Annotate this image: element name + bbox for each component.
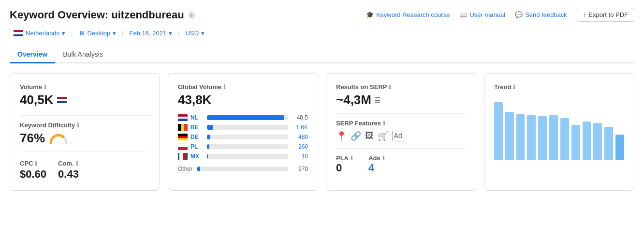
pla-info-icon[interactable]: ℹ: [351, 155, 353, 162]
title-prefix: Keyword Overview:: [10, 9, 108, 21]
mx-flag: [178, 153, 188, 160]
date-filter[interactable]: Feb 16, 2021 ▾: [126, 28, 176, 39]
serp-feature-icons: 📍 🔗 🖼 🛒 Ad: [336, 131, 466, 141]
nl-code: NL: [190, 114, 204, 121]
volume-info-icon[interactable]: ℹ: [44, 84, 46, 91]
kd-arc-icon: [49, 133, 68, 144]
global-volume-info-icon[interactable]: ℹ: [223, 84, 226, 91]
header: Keyword Overview: uitzendbureau ⊕ 🎓 Keyw…: [10, 8, 634, 22]
global-volume-value: 43,8K: [178, 92, 308, 107]
pla-label: PLA ℹ: [336, 154, 353, 162]
header-left: Keyword Overview: uitzendbureau ⊕: [10, 9, 195, 21]
trend-bar-4: [538, 116, 547, 160]
country-row-nl: NL 40,5: [178, 114, 308, 121]
cpc-item: CPC ℹ $0.60: [20, 160, 46, 181]
pl-flag: [178, 143, 188, 150]
country-chevron-icon: ▾: [62, 30, 65, 37]
add-keyword-icon[interactable]: ⊕: [188, 10, 195, 20]
cpc-info-icon[interactable]: ℹ: [35, 160, 37, 167]
serp-value: ~4,3M ☰: [336, 92, 466, 107]
volume-card: Volume ℹ 40,5K Keyword Difficulty ℹ: [10, 73, 160, 191]
netherlands-flag: [14, 30, 23, 37]
pl-code: PL: [190, 143, 204, 150]
serp-divider: [336, 113, 466, 114]
mx-bar: [207, 154, 208, 159]
trend-bar-3: [527, 115, 536, 160]
country-filter[interactable]: Netherlands ▾: [10, 28, 69, 39]
trend-bar-8: [583, 122, 591, 160]
country-row-mx: MX 10: [178, 153, 308, 160]
nl-bar-container: [207, 115, 288, 120]
other-value: 970: [291, 166, 308, 172]
currency-filter[interactable]: USD ▾: [182, 28, 208, 39]
desktop-icon: 🖥: [79, 30, 85, 37]
export-to-pdf-button[interactable]: ↑ Export to PDF: [577, 8, 634, 22]
serp-info-icon[interactable]: ℹ: [389, 84, 391, 91]
tab-bulk-analysis[interactable]: Bulk Analysis: [55, 46, 110, 63]
serp-features-info-icon[interactable]: ℹ: [383, 120, 385, 127]
de-bar-container: [207, 135, 288, 139]
kd-info-icon[interactable]: ℹ: [77, 122, 79, 129]
keyword-course-link[interactable]: 🎓 Keyword Research course: [366, 11, 450, 18]
volume-divider: [20, 115, 150, 116]
keyword-course-label: Keyword Research course: [376, 11, 450, 18]
trend-bar-6: [560, 118, 569, 160]
map-pin-icon: 📍: [336, 131, 347, 141]
pl-bar-container: [207, 144, 288, 149]
nl-flag-global: [178, 114, 188, 121]
trend-card: Trend ℹ: [484, 73, 634, 191]
pla-value: 0: [336, 162, 353, 174]
link-icon: 🔗: [351, 131, 361, 141]
de-bar: [207, 135, 210, 139]
kd-value: 76%: [20, 131, 150, 146]
be-bar-container: [207, 125, 288, 130]
date-chevron-icon: ▾: [169, 30, 172, 37]
send-feedback-link[interactable]: 💬 Send feedback: [515, 11, 567, 18]
be-flag: [178, 124, 188, 131]
user-manual-link[interactable]: 📖 User manual: [459, 11, 505, 18]
ads-info-icon[interactable]: ℹ: [382, 155, 385, 162]
serp-card: Results on SERP ℹ ~4,3M ☰ SERP Features …: [326, 73, 476, 191]
trend-bar-9: [593, 123, 602, 160]
keyword-text: uitzendbureau: [111, 9, 184, 21]
country-bars: NL 40,5 BE: [178, 114, 308, 172]
send-feedback-label: Send feedback: [525, 11, 567, 18]
pla-item: PLA ℹ 0: [336, 154, 353, 174]
shopping-icon: 🛒: [378, 131, 388, 141]
currency-chevron-icon: ▾: [201, 30, 205, 37]
tab-overview[interactable]: Overview: [10, 46, 55, 63]
pl-bar: [207, 144, 209, 149]
pl-value: 260: [291, 143, 308, 150]
filter-separator-3: |: [178, 30, 179, 37]
ad-box-icon: Ad: [392, 131, 404, 141]
trend-info-icon[interactable]: ℹ: [513, 84, 515, 91]
nl-value: 40,5: [291, 114, 308, 121]
kd-divider: [20, 152, 150, 152]
mx-code: MX: [190, 153, 204, 160]
de-code: DE: [190, 134, 204, 140]
trend-bar-0: [494, 102, 503, 160]
country-label: Netherlands: [26, 30, 59, 37]
be-bar: [207, 125, 213, 130]
global-volume-label: Global Volume ℹ: [178, 83, 308, 91]
cards-grid: Volume ℹ 40,5K Keyword Difficulty ℹ: [10, 73, 634, 191]
serp-list-icon: ☰: [374, 96, 381, 104]
image-icon: 🖼: [365, 131, 374, 141]
book-icon: 📖: [459, 11, 467, 18]
device-filter[interactable]: 🖥 Desktop ▾: [75, 28, 120, 39]
country-row-pl: PL 260: [178, 143, 308, 150]
other-label: Other: [178, 166, 194, 172]
ads-label: Ads ℹ: [368, 154, 385, 162]
serp-features-label: SERP Features ℹ: [336, 120, 466, 127]
device-label: Desktop: [88, 30, 111, 37]
com-info-icon[interactable]: ℹ: [76, 160, 78, 167]
trend-bar-10: [604, 127, 613, 160]
trend-chart: [494, 97, 624, 160]
country-row-de: DE 480: [178, 134, 308, 140]
other-bar-container: [197, 167, 288, 171]
pla-divider: [336, 148, 466, 149]
date-label: Feb 16, 2021: [130, 30, 167, 37]
de-value: 480: [291, 134, 308, 140]
cpc-label: CPC ℹ: [20, 160, 46, 167]
trend-bar-5: [549, 115, 558, 160]
